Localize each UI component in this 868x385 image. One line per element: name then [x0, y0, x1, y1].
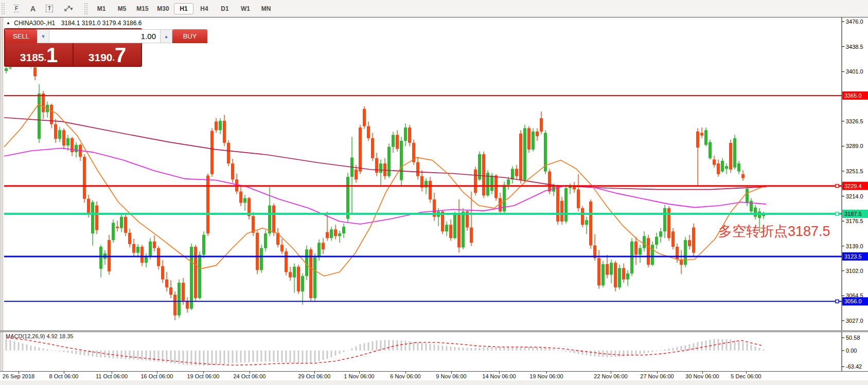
price-tick-label: 3102.0: [846, 268, 863, 274]
macd-histogram-bar: [273, 351, 275, 362]
time-label: 30 Nov 06:00: [685, 373, 719, 379]
time-label: 27 Nov 06:00: [640, 373, 674, 379]
macd-histogram-bar: [405, 341, 406, 351]
candle: [634, 242, 637, 255]
candle: [58, 130, 61, 139]
timeframe-h4-button[interactable]: H4: [194, 3, 214, 14]
timeframe-d1-button[interactable]: D1: [215, 3, 235, 14]
candle: [173, 295, 176, 315]
lot-increase-button[interactable]: ▲: [160, 29, 172, 43]
candle: [272, 206, 275, 233]
lot-size-input[interactable]: [49, 29, 160, 43]
candle: [268, 206, 271, 233]
timeframe-mn-button[interactable]: MN: [256, 3, 276, 14]
macd-histogram-bar: [421, 343, 423, 351]
macd-histogram-bar: [183, 351, 184, 364]
macd-histogram-bar: [253, 351, 254, 362]
macd-histogram-bar: [257, 351, 258, 362]
line-anchor[interactable]: [836, 185, 839, 188]
candle: [140, 247, 144, 263]
candle: [161, 266, 164, 280]
macd-histogram-bar: [187, 351, 188, 365]
text-label-icon[interactable]: A: [26, 2, 40, 15]
macd-histogram-bar: [277, 351, 279, 362]
time-label: 1 Nov 06:00: [344, 373, 374, 379]
candle: [725, 166, 728, 169]
candle: [408, 127, 411, 143]
timeframe-m15-button[interactable]: M15: [133, 3, 152, 14]
timeframe-m1-button[interactable]: M1: [92, 3, 111, 14]
macd-histogram-bar: [557, 350, 559, 351]
candle: [293, 267, 296, 278]
macd-histogram-bar: [343, 351, 345, 352]
macd-histogram-bar: [487, 347, 489, 351]
macd-histogram-bar: [747, 343, 748, 351]
candle: [136, 247, 139, 253]
candle: [285, 251, 288, 272]
timeframe-h1-button[interactable]: H1: [174, 3, 193, 14]
macd-histogram-bar: [512, 347, 513, 351]
candle: [330, 229, 333, 238]
macd-histogram-bar: [154, 351, 155, 361]
candle: [5, 68, 8, 71]
macd-histogram-bar: [644, 351, 645, 353]
time-label: 19 Nov 06:00: [529, 373, 563, 379]
macd-tick-label: 0.00: [846, 347, 857, 354]
macd-histogram-bar: [475, 348, 476, 351]
candle: [116, 227, 119, 228]
macd-histogram-bar: [458, 347, 460, 351]
macd-histogram-bar: [722, 339, 723, 351]
candle: [601, 264, 605, 285]
macd-histogram-bar: [471, 348, 472, 351]
macd-histogram-bar: [281, 351, 283, 362]
timeframe-w1-button[interactable]: W1: [236, 3, 255, 14]
macd-histogram-bar: [232, 351, 234, 363]
line-anchor[interactable]: [836, 212, 839, 215]
macd-histogram-bar: [751, 345, 752, 351]
buy-button[interactable]: BUY: [172, 29, 207, 43]
macd-histogram-bar: [339, 351, 341, 354]
line-anchor[interactable]: [836, 300, 839, 303]
text-box-icon[interactable]: T: [42, 2, 57, 15]
candle: [165, 280, 168, 288]
annotation-text[interactable]: 多空转折点3187.5: [718, 222, 830, 241]
macd-histogram-bar: [67, 351, 69, 353]
macd-histogram-bar: [533, 347, 534, 351]
macd-histogram-bar: [553, 350, 555, 351]
collapse-triangle-icon[interactable]: ▲: [6, 21, 10, 25]
candle: [54, 124, 57, 139]
lot-decrease-button[interactable]: ▼: [37, 29, 49, 43]
buy-price[interactable]: 3190.7: [74, 43, 141, 66]
candle: [260, 248, 263, 270]
arrow-tool-icon[interactable]: ⤢ ▾: [59, 2, 78, 15]
time-axis[interactable]: 26 Sep 20188 Oct 06:0011 Oct 06:0016 Oct…: [0, 371, 868, 380]
candle: [38, 94, 41, 139]
candle: [392, 135, 395, 146]
symbol-title: CHINA300-,H1: [14, 20, 55, 27]
one-click-trading-panel: SELL ▼ ▲ BUY 3185.1 3190.7: [4, 28, 142, 67]
toolbar-separator-handle[interactable]: [84, 3, 88, 14]
toolbar-drag-handle[interactable]: [2, 3, 5, 14]
macd-histogram-bar: [463, 347, 464, 351]
macd-histogram-bar: [500, 347, 501, 351]
macd-histogram-bar: [249, 351, 250, 362]
macd-panel[interactable]: 50.580.00-63.42: [0, 332, 868, 371]
fibonacci-tool-icon[interactable]: F: [9, 2, 24, 15]
price-tick-label: 3476.0: [846, 19, 863, 25]
candle: [169, 287, 172, 295]
candle: [367, 126, 370, 138]
candle: [474, 170, 477, 193]
timeframe-buttons: M1M5M15M30H1H4D1W1MN: [91, 3, 276, 14]
macd-histogram-bar: [51, 350, 52, 351]
sell-button[interactable]: SELL: [5, 29, 37, 43]
candle: [507, 179, 510, 185]
timeframe-m30-button[interactable]: M30: [153, 3, 173, 14]
timeframe-m5-button[interactable]: M5: [112, 3, 132, 14]
time-label: 5 Dec 06:00: [731, 373, 761, 379]
sell-price[interactable]: 3185.1: [5, 43, 73, 66]
macd-histogram-bar: [545, 348, 546, 351]
candle: [317, 243, 321, 258]
macd-histogram-bar: [537, 347, 538, 351]
macd-histogram-bar: [611, 351, 612, 357]
macd-histogram-bar: [133, 351, 135, 359]
